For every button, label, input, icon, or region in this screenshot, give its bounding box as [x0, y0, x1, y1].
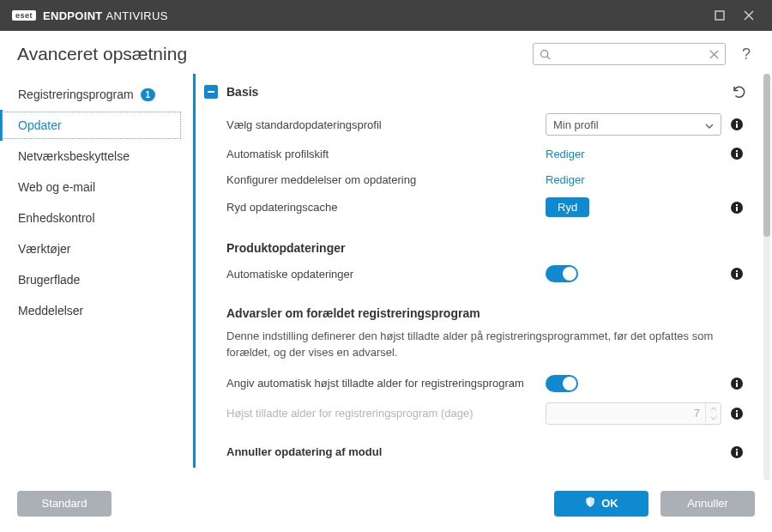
svg-rect-10 — [736, 204, 738, 206]
autoswitch-label: Automatisk profilskift — [226, 148, 546, 160]
footer: Standard OK Annuller — [0, 481, 772, 525]
page-header: Avanceret opsætning ? — [0, 31, 772, 74]
default-button[interactable]: Standard — [17, 491, 112, 517]
ok-button[interactable]: OK — [554, 491, 648, 517]
outdated-description: Denne indstilling definerer den højst ti… — [196, 325, 755, 370]
step-up-icon — [706, 403, 721, 414]
svg-rect-7 — [736, 150, 738, 152]
svg-rect-21 — [736, 451, 738, 456]
group-title: Basis — [226, 85, 722, 99]
svg-rect-12 — [736, 273, 738, 277]
cancel-button[interactable]: Annuller — [660, 491, 755, 517]
app-brand: eset ENDPOINTANTIVIRUS — [12, 9, 168, 22]
sidebar-item-enhedskontrol[interactable]: Enhedskontrol — [0, 203, 183, 233]
undo-icon[interactable] — [731, 84, 748, 100]
titlebar: eset ENDPOINTANTIVIRUS — [0, 0, 772, 31]
rollback-heading: Annuller opdatering af modul — [226, 445, 546, 458]
search-box[interactable] — [533, 43, 726, 65]
outdated-heading: Advarsler om forældet registreringsprogr… — [196, 287, 755, 325]
sidebar-item-brugerflade[interactable]: Brugerflade — [0, 264, 183, 295]
info-icon[interactable] — [726, 147, 748, 160]
notify-label: Konfigurer meddelelser om opdatering — [226, 173, 546, 186]
maxage-number-input — [546, 402, 721, 425]
brand-badge: eset — [12, 10, 36, 21]
sidebar-item-opdater[interactable]: Opdater — [0, 110, 183, 141]
sidebar-item-label: Web og e-mail — [18, 180, 95, 194]
sidebar-item-registreringsprogram[interactable]: Registreringsprogram 1 — [0, 79, 183, 110]
setage-label: Angiv automatisk højst tilladte alder fo… — [226, 377, 546, 390]
clearcache-label: Ryd opdateringscache — [226, 201, 546, 214]
profile-select[interactable]: Min profil — [546, 113, 721, 136]
product-updates-heading: Produktopdateringer — [196, 222, 755, 260]
autoupdate-label: Automatiske opdateringer — [226, 268, 546, 281]
svg-rect-6 — [736, 153, 738, 157]
svg-rect-4 — [736, 121, 738, 123]
info-icon[interactable] — [726, 267, 748, 281]
svg-rect-0 — [715, 11, 724, 20]
svg-point-1 — [540, 50, 547, 57]
svg-rect-13 — [736, 270, 738, 272]
sidebar-item-netvaerksbeskyttelse[interactable]: Netværksbeskyttelse — [0, 141, 183, 172]
search-input[interactable] — [551, 48, 708, 60]
info-icon[interactable] — [726, 407, 748, 420]
help-button[interactable]: ? — [738, 45, 755, 63]
clear-search-icon[interactable] — [708, 50, 720, 59]
autoupdate-toggle[interactable] — [546, 265, 578, 282]
group-basis: Basis Vælg standardopdateringsprofil Min… — [193, 74, 755, 468]
notify-edit-link[interactable]: Rediger — [546, 173, 585, 186]
sidebar-item-label: Værktøjer — [18, 242, 70, 256]
sidebar-item-label: Opdater — [18, 118, 62, 132]
maxage-value — [546, 407, 705, 420]
svg-rect-3 — [736, 124, 738, 128]
sidebar-item-label: Brugerflade — [18, 273, 80, 287]
svg-rect-18 — [736, 413, 738, 417]
sidebar-item-label: Enhedskontrol — [18, 211, 95, 225]
shield-icon — [584, 496, 596, 511]
sidebar-item-label: Meddelelser — [18, 304, 83, 317]
sidebar-badge: 1 — [141, 88, 156, 101]
clear-cache-button[interactable]: Ryd — [546, 197, 589, 217]
info-icon[interactable] — [726, 201, 748, 215]
maxage-label: Højst tilladte alder for registreringspr… — [226, 407, 546, 420]
brand-strong: ENDPOINT — [43, 9, 103, 22]
setage-toggle[interactable] — [546, 375, 578, 392]
search-icon — [539, 49, 551, 60]
svg-rect-22 — [736, 449, 738, 450]
step-down-icon — [706, 414, 721, 424]
sidebar: Registreringsprogram 1 Opdater Netværksb… — [0, 74, 193, 481]
ok-button-label: OK — [601, 497, 618, 510]
settings-content: Basis Vælg standardopdateringsprofil Min… — [193, 74, 760, 481]
sidebar-item-web-email[interactable]: Web og e-mail — [0, 172, 183, 203]
svg-rect-9 — [736, 207, 738, 211]
info-icon[interactable] — [726, 445, 748, 459]
info-icon[interactable] — [726, 377, 748, 390]
sidebar-item-label: Registreringsprogram — [18, 88, 134, 101]
sidebar-item-vaerktojer[interactable]: Værktøjer — [0, 233, 183, 264]
window-maximize-button[interactable] — [705, 3, 734, 27]
svg-rect-16 — [736, 380, 738, 382]
profile-select-value: Min profil — [553, 118, 599, 131]
chevron-down-icon — [705, 118, 714, 131]
sidebar-item-meddelelser[interactable]: Meddelelser — [0, 295, 183, 326]
autoswitch-edit-link[interactable]: Rediger — [546, 148, 585, 160]
scrollbar-thumb[interactable] — [763, 74, 770, 237]
sidebar-item-label: Netværksbeskyttelse — [18, 149, 130, 163]
profile-label: Vælg standardopdateringsprofil — [226, 118, 546, 131]
window-close-button[interactable] — [734, 3, 763, 27]
svg-rect-19 — [736, 410, 738, 412]
brand-light: ANTIVIRUS — [106, 9, 168, 22]
svg-rect-15 — [736, 383, 738, 387]
collapse-icon[interactable] — [204, 85, 218, 99]
info-icon[interactable] — [726, 118, 748, 131]
page-title: Avanceret opsætning — [17, 44, 521, 64]
